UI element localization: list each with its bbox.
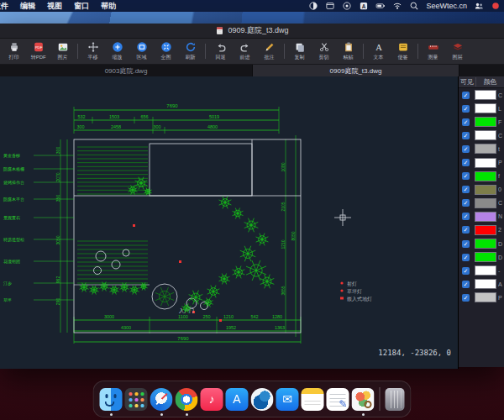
battery-icon[interactable] — [375, 1, 386, 11]
layer-name-fragment: - — [498, 268, 504, 274]
search-icon[interactable] — [409, 1, 419, 11]
layer-color-swatch[interactable] — [475, 130, 496, 140]
layer-color-swatch[interactable] — [475, 265, 496, 276]
dock-preview[interactable] — [352, 388, 375, 411]
layer-color-swatch[interactable] — [475, 144, 496, 154]
layer-name-fragment: N — [498, 213, 504, 219]
wifi-icon[interactable] — [392, 1, 402, 11]
layer-visibility-checkbox[interactable]: ✓ — [462, 118, 470, 126]
userswitch-icon[interactable] — [474, 1, 484, 11]
layer-visibility-checkbox[interactable]: ✓ — [462, 145, 470, 153]
dock-appstore[interactable]: A — [226, 388, 249, 411]
window-content: 7690532150365650193002458300480030020703… — [0, 76, 504, 367]
dock-cadviewer[interactable] — [251, 388, 274, 411]
dock-safari[interactable] — [150, 388, 173, 411]
svg-text:特选造型松: 特选造型松 — [3, 237, 25, 243]
menu-item[interactable]: 窗口 — [74, 1, 89, 12]
toolbar-pdf-button[interactable]: PDF转PDF — [26, 41, 50, 61]
layer-visibility-checkbox[interactable]: ✓ — [462, 186, 470, 193]
toolbar-copy-button[interactable]: 复制 — [287, 41, 312, 61]
layer-visibility-checkbox[interactable]: ✓ — [462, 92, 470, 99]
toolbar-cut-button[interactable]: 剪切 — [312, 41, 336, 61]
layer-visibility-checkbox[interactable]: ✓ — [462, 172, 470, 180]
layer-color-swatch[interactable] — [475, 225, 496, 235]
layer-color-swatch[interactable] — [475, 212, 496, 222]
svg-text:嵌入式地灯: 嵌入式地灯 — [347, 297, 372, 302]
cad-canvas[interactable]: 7690532150365650193002458300480030020703… — [0, 76, 459, 369]
toolbar-text-button[interactable]: A文本 — [366, 41, 391, 61]
toolbar-refresh-button[interactable]: 刷新 — [178, 41, 202, 61]
dock-textedit[interactable] — [327, 388, 349, 411]
svg-text:防腐木格栅: 防腐木格栅 — [3, 166, 24, 172]
menu-item[interactable]: 视图 — [47, 1, 62, 12]
dock-mail[interactable]: ✉ — [276, 388, 299, 411]
toolbar-pan-button[interactable]: 平移 — [81, 41, 105, 61]
layer-color-swatch[interactable] — [475, 90, 496, 100]
menu-item[interactable]: 帮助 — [101, 1, 116, 12]
layer-color-swatch[interactable] — [475, 158, 496, 168]
measure-icon — [428, 41, 439, 53]
layer-row: ✓L — [459, 102, 504, 115]
layer-visibility-checkbox[interactable]: ✓ — [462, 294, 470, 302]
layer-visibility-checkbox[interactable]: ✓ — [462, 105, 470, 113]
layer-visibility-checkbox[interactable]: ✓ — [462, 267, 470, 275]
document-tab[interactable]: 0909庭院_t3.dwg — [253, 65, 459, 76]
toolbar-redo-button[interactable]: 前进 — [233, 41, 257, 61]
svg-text:8050: 8050 — [291, 231, 296, 240]
inputa-icon[interactable]: A — [359, 1, 369, 11]
layer-visibility-checkbox[interactable]: ✓ — [462, 199, 470, 207]
toolbar-layers-button[interactable]: 图层 — [445, 41, 470, 61]
layer-color-swatch[interactable] — [475, 279, 496, 289]
layer-visibility-checkbox[interactable]: ✓ — [462, 213, 470, 220]
layer-color-swatch[interactable] — [475, 252, 496, 262]
cad-drawing[interactable]: 7690532150365650193002458300480030020703… — [0, 76, 458, 369]
layer-visibility-checkbox[interactable]: ✓ — [462, 132, 470, 139]
dock-music[interactable]: ♪ — [201, 388, 223, 411]
dock-notes[interactable] — [302, 388, 324, 411]
toolbar-undo-button[interactable]: 回退 — [208, 41, 233, 61]
toolbar-area-button[interactable]: 区域 — [129, 41, 154, 61]
layer-color-swatch[interactable] — [475, 292, 496, 302]
toolbar-paste-button[interactable]: 粘贴 — [336, 41, 360, 61]
layer-color-swatch[interactable] — [475, 171, 496, 181]
window-titlebar[interactable]: 0909.庭院_t3.dwg — [0, 24, 504, 39]
layer-color-swatch[interactable] — [475, 103, 496, 113]
layer-visibility-checkbox[interactable]: ✓ — [462, 226, 470, 234]
layer-visibility-checkbox[interactable]: ✓ — [462, 240, 470, 248]
record-icon[interactable] — [342, 1, 352, 11]
layer-color-swatch[interactable] — [475, 198, 496, 208]
running-indicator — [186, 413, 188, 416]
menubar-icons-left: A — [308, 1, 419, 11]
layer-name-fragment: D — [498, 255, 504, 260]
toolbar-pencil-button[interactable]: 批注 — [257, 41, 281, 61]
reddot-icon[interactable] — [491, 1, 501, 11]
menubar-status-text[interactable]: SeeWtec.cn — [426, 2, 467, 10]
toolbar-image-button[interactable]: 图片 — [50, 41, 75, 61]
redo-icon — [239, 41, 251, 53]
layer-color-swatch[interactable] — [475, 117, 496, 127]
layer-color-swatch[interactable] — [475, 239, 496, 249]
layer-visibility-checkbox[interactable]: ✓ — [462, 159, 470, 166]
svg-text:5019: 5019 — [209, 114, 219, 119]
halfmoon-icon[interactable] — [308, 1, 318, 11]
tab-label: 0909庭院_t3.dwg — [330, 66, 382, 76]
winicon-icon[interactable] — [325, 1, 335, 11]
menu-item[interactable]: 文件 — [0, 1, 8, 12]
layer-visibility-checkbox[interactable]: ✓ — [462, 281, 470, 288]
toolbar-item-label: 全图 — [161, 54, 171, 60]
toolbar-note-button[interactable]: 便签 — [391, 41, 415, 61]
svg-text:4800: 4800 — [207, 124, 218, 129]
layer-name-fragment: C — [498, 200, 504, 206]
toolbar-fit-button[interactable]: 全图 — [154, 41, 178, 61]
dock-trash[interactable] — [386, 388, 405, 411]
dock-launchpad[interactable] — [125, 388, 148, 411]
menu-item[interactable]: 编辑 — [20, 1, 35, 12]
dock-chrome[interactable] — [176, 388, 198, 411]
toolbar-measure-button[interactable]: 测量 — [421, 41, 445, 61]
dock-finder[interactable] — [100, 388, 123, 411]
toolbar-zoom-button[interactable]: 缩放 — [105, 41, 129, 61]
layer-visibility-checkbox[interactable]: ✓ — [462, 254, 470, 261]
document-tab[interactable]: 0903庭院.dwg — [0, 65, 253, 76]
layer-color-swatch[interactable] — [475, 185, 496, 195]
toolbar-printer-button[interactable]: 打印 — [2, 41, 26, 61]
